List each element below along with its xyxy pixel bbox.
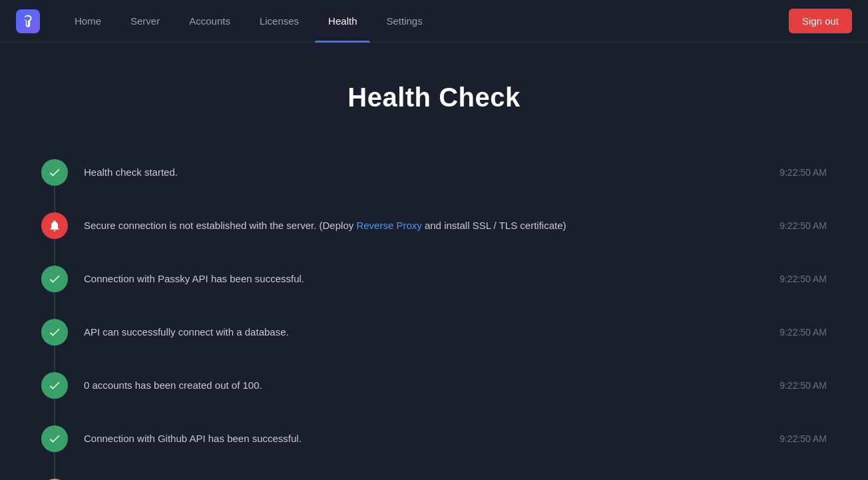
nav-item-health[interactable]: Health [315,0,370,43]
item-time: 9:22:50 AM [779,327,827,338]
status-icon-success [41,319,68,346]
reverse-proxy-link[interactable]: Reverse Proxy [356,220,421,231]
health-items-list: Health check started.9:22:50 AMSecure co… [41,146,827,480]
status-icon-success [41,266,68,292]
status-icon-error [41,212,68,239]
item-message: API can successfully connect with a data… [84,325,763,340]
health-item: 0 accounts has been created out of 100.9… [41,359,827,412]
health-item: Connection with Passky API has been succ… [41,252,827,306]
nav-item-server[interactable]: Server [117,0,173,43]
item-message: Connection with Passky API has been succ… [84,272,763,287]
item-message: Secure connection is not established wit… [84,218,763,234]
nav-item-licenses[interactable]: Licenses [246,0,312,43]
logo-icon [16,9,40,33]
navbar: Home Server Accounts Licenses Health Set… [0,0,868,43]
item-time: 9:22:50 AM [779,380,827,391]
nav-item-settings[interactable]: Settings [373,0,435,43]
sign-out-button[interactable]: Sign out [789,9,852,33]
status-icon-success [41,372,68,399]
status-icon-success [41,159,68,186]
item-message: Connection with Github API has been succ… [84,431,763,447]
main-content: Health Check Health check started.9:22:5… [15,43,853,480]
health-item: Health check started.9:22:50 AM [41,146,827,199]
nav-links: Home Server Accounts Licenses Health Set… [61,0,789,43]
nav-item-home[interactable]: Home [61,0,114,43]
logo [16,9,40,33]
health-item: Connection with Github API has been succ… [41,412,827,465]
item-time: 9:22:50 AM [779,274,827,284]
status-icon-success [41,425,68,452]
item-message: 0 accounts has been created out of 100. [84,378,763,393]
health-item: Secure connection is not established wit… [41,199,827,252]
nav-item-accounts[interactable]: Accounts [176,0,244,43]
item-time: 9:22:50 AM [779,220,827,231]
item-time: 9:22:50 AM [779,167,827,178]
health-item: API can successfully connect with a data… [41,306,827,359]
item-time: 9:22:50 AM [779,433,827,444]
health-item: Your Passky Server is outdated. You are … [41,465,827,480]
item-message: Health check started. [84,165,763,180]
page-title: Health Check [41,83,827,113]
